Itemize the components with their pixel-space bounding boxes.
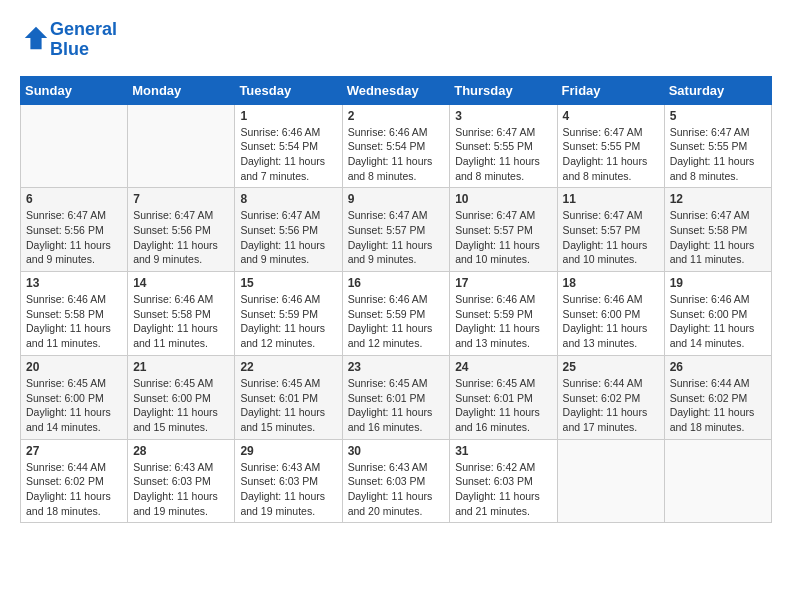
daylight-text: Daylight: 11 hours and 17 minutes. xyxy=(563,405,659,434)
sunset-text: Sunset: 5:58 PM xyxy=(26,307,122,322)
daylight-text: Daylight: 11 hours and 14 minutes. xyxy=(670,321,766,350)
day-number: 13 xyxy=(26,276,122,290)
cell-info: Sunrise: 6:43 AM Sunset: 6:03 PM Dayligh… xyxy=(240,460,336,519)
cell-info: Sunrise: 6:47 AM Sunset: 5:55 PM Dayligh… xyxy=(455,125,551,184)
day-number: 1 xyxy=(240,109,336,123)
sunrise-text: Sunrise: 6:45 AM xyxy=(26,376,122,391)
daylight-text: Daylight: 11 hours and 10 minutes. xyxy=(563,238,659,267)
sunrise-text: Sunrise: 6:46 AM xyxy=(133,292,229,307)
daylight-text: Daylight: 11 hours and 18 minutes. xyxy=(26,489,122,518)
cell-info: Sunrise: 6:46 AM Sunset: 5:59 PM Dayligh… xyxy=(455,292,551,351)
sunset-text: Sunset: 6:02 PM xyxy=(563,391,659,406)
daylight-text: Daylight: 11 hours and 8 minutes. xyxy=(348,154,445,183)
daylight-text: Daylight: 11 hours and 12 minutes. xyxy=(240,321,336,350)
sunrise-text: Sunrise: 6:47 AM xyxy=(670,208,766,223)
day-number: 22 xyxy=(240,360,336,374)
sunset-text: Sunset: 6:03 PM xyxy=(348,474,445,489)
day-number: 29 xyxy=(240,444,336,458)
sunset-text: Sunset: 5:55 PM xyxy=(670,139,766,154)
daylight-text: Daylight: 11 hours and 16 minutes. xyxy=(348,405,445,434)
cell-info: Sunrise: 6:46 AM Sunset: 5:58 PM Dayligh… xyxy=(26,292,122,351)
sunset-text: Sunset: 5:59 PM xyxy=(240,307,336,322)
day-number: 14 xyxy=(133,276,229,290)
day-number: 12 xyxy=(670,192,766,206)
calendar-cell: 29 Sunrise: 6:43 AM Sunset: 6:03 PM Dayl… xyxy=(235,439,342,523)
sunrise-text: Sunrise: 6:46 AM xyxy=(563,292,659,307)
calendar-cell: 25 Sunrise: 6:44 AM Sunset: 6:02 PM Dayl… xyxy=(557,355,664,439)
calendar-cell: 3 Sunrise: 6:47 AM Sunset: 5:55 PM Dayli… xyxy=(450,104,557,188)
logo-icon xyxy=(22,24,50,52)
sunrise-text: Sunrise: 6:47 AM xyxy=(348,208,445,223)
cell-info: Sunrise: 6:46 AM Sunset: 5:54 PM Dayligh… xyxy=(348,125,445,184)
day-number: 30 xyxy=(348,444,445,458)
sunrise-text: Sunrise: 6:44 AM xyxy=(563,376,659,391)
sunrise-text: Sunrise: 6:46 AM xyxy=(348,125,445,140)
sunset-text: Sunset: 6:00 PM xyxy=(563,307,659,322)
header-friday: Friday xyxy=(557,76,664,104)
cell-info: Sunrise: 6:47 AM Sunset: 5:55 PM Dayligh… xyxy=(563,125,659,184)
sunset-text: Sunset: 6:00 PM xyxy=(133,391,229,406)
calendar-cell: 16 Sunrise: 6:46 AM Sunset: 5:59 PM Dayl… xyxy=(342,272,450,356)
sunrise-text: Sunrise: 6:43 AM xyxy=(240,460,336,475)
sunrise-text: Sunrise: 6:45 AM xyxy=(133,376,229,391)
sunrise-text: Sunrise: 6:46 AM xyxy=(240,292,336,307)
sunset-text: Sunset: 6:00 PM xyxy=(26,391,122,406)
daylight-text: Daylight: 11 hours and 8 minutes. xyxy=(670,154,766,183)
calendar-cell: 2 Sunrise: 6:46 AM Sunset: 5:54 PM Dayli… xyxy=(342,104,450,188)
cell-info: Sunrise: 6:44 AM Sunset: 6:02 PM Dayligh… xyxy=(563,376,659,435)
day-number: 17 xyxy=(455,276,551,290)
sunrise-text: Sunrise: 6:46 AM xyxy=(240,125,336,140)
cell-info: Sunrise: 6:46 AM Sunset: 6:00 PM Dayligh… xyxy=(670,292,766,351)
calendar-cell xyxy=(664,439,771,523)
daylight-text: Daylight: 11 hours and 15 minutes. xyxy=(133,405,229,434)
cell-info: Sunrise: 6:46 AM Sunset: 5:54 PM Dayligh… xyxy=(240,125,336,184)
day-number: 7 xyxy=(133,192,229,206)
page-header: General Blue xyxy=(20,20,772,60)
daylight-text: Daylight: 11 hours and 9 minutes. xyxy=(240,238,336,267)
calendar-cell: 31 Sunrise: 6:42 AM Sunset: 6:03 PM Dayl… xyxy=(450,439,557,523)
cell-info: Sunrise: 6:46 AM Sunset: 5:59 PM Dayligh… xyxy=(240,292,336,351)
daylight-text: Daylight: 11 hours and 11 minutes. xyxy=(133,321,229,350)
day-number: 21 xyxy=(133,360,229,374)
daylight-text: Daylight: 11 hours and 11 minutes. xyxy=(670,238,766,267)
calendar-cell: 26 Sunrise: 6:44 AM Sunset: 6:02 PM Dayl… xyxy=(664,355,771,439)
day-number: 31 xyxy=(455,444,551,458)
sunrise-text: Sunrise: 6:43 AM xyxy=(133,460,229,475)
calendar-cell: 30 Sunrise: 6:43 AM Sunset: 6:03 PM Dayl… xyxy=(342,439,450,523)
calendar-cell: 9 Sunrise: 6:47 AM Sunset: 5:57 PM Dayli… xyxy=(342,188,450,272)
sunrise-text: Sunrise: 6:47 AM xyxy=(563,125,659,140)
daylight-text: Daylight: 11 hours and 8 minutes. xyxy=(455,154,551,183)
sunrise-text: Sunrise: 6:46 AM xyxy=(455,292,551,307)
daylight-text: Daylight: 11 hours and 20 minutes. xyxy=(348,489,445,518)
sunset-text: Sunset: 5:56 PM xyxy=(26,223,122,238)
calendar-cell: 28 Sunrise: 6:43 AM Sunset: 6:03 PM Dayl… xyxy=(128,439,235,523)
day-number: 27 xyxy=(26,444,122,458)
cell-info: Sunrise: 6:47 AM Sunset: 5:57 PM Dayligh… xyxy=(455,208,551,267)
day-number: 5 xyxy=(670,109,766,123)
daylight-text: Daylight: 11 hours and 8 minutes. xyxy=(563,154,659,183)
daylight-text: Daylight: 11 hours and 7 minutes. xyxy=(240,154,336,183)
sunset-text: Sunset: 5:56 PM xyxy=(133,223,229,238)
calendar-cell: 1 Sunrise: 6:46 AM Sunset: 5:54 PM Dayli… xyxy=(235,104,342,188)
day-number: 23 xyxy=(348,360,445,374)
logo: General Blue xyxy=(20,20,117,60)
daylight-text: Daylight: 11 hours and 10 minutes. xyxy=(455,238,551,267)
cell-info: Sunrise: 6:44 AM Sunset: 6:02 PM Dayligh… xyxy=(26,460,122,519)
cell-info: Sunrise: 6:45 AM Sunset: 6:00 PM Dayligh… xyxy=(26,376,122,435)
calendar-cell: 11 Sunrise: 6:47 AM Sunset: 5:57 PM Dayl… xyxy=(557,188,664,272)
calendar-cell: 8 Sunrise: 6:47 AM Sunset: 5:56 PM Dayli… xyxy=(235,188,342,272)
sunset-text: Sunset: 5:55 PM xyxy=(563,139,659,154)
header-sunday: Sunday xyxy=(21,76,128,104)
sunset-text: Sunset: 6:01 PM xyxy=(455,391,551,406)
sunset-text: Sunset: 6:02 PM xyxy=(26,474,122,489)
calendar-week-row: 27 Sunrise: 6:44 AM Sunset: 6:02 PM Dayl… xyxy=(21,439,772,523)
sunrise-text: Sunrise: 6:43 AM xyxy=(348,460,445,475)
sunrise-text: Sunrise: 6:46 AM xyxy=(348,292,445,307)
calendar-cell: 14 Sunrise: 6:46 AM Sunset: 5:58 PM Dayl… xyxy=(128,272,235,356)
sunset-text: Sunset: 5:54 PM xyxy=(348,139,445,154)
day-number: 3 xyxy=(455,109,551,123)
logo-text: General Blue xyxy=(50,20,117,60)
cell-info: Sunrise: 6:45 AM Sunset: 6:00 PM Dayligh… xyxy=(133,376,229,435)
sunset-text: Sunset: 5:57 PM xyxy=(563,223,659,238)
daylight-text: Daylight: 11 hours and 9 minutes. xyxy=(26,238,122,267)
